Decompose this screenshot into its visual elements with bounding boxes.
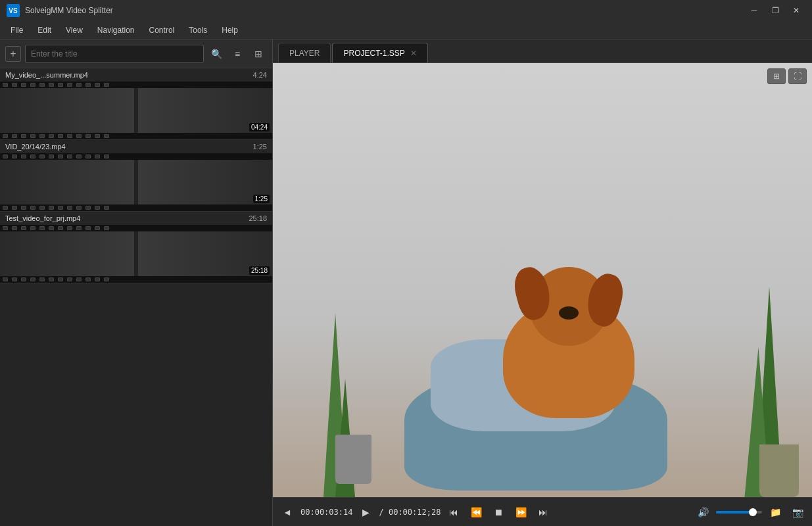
open-folder-button[interactable]: 📁	[766, 503, 784, 521]
fast-forward-button[interactable]: ⏩	[512, 503, 530, 521]
list-item[interactable]: VID_20/14/23.mp4 1:25	[0, 140, 272, 212]
snapshot-button[interactable]: 📷	[788, 503, 807, 521]
thumb-grid	[134, 160, 138, 204]
list-item[interactable]: Test_video_for_prj.mp4 25:18	[0, 212, 272, 283]
volume-slider[interactable]	[716, 511, 762, 514]
step-forward-button[interactable]: ⏭	[534, 503, 552, 521]
list-item[interactable]: My_video_...summer.mp4 4:24	[0, 68, 272, 140]
duration-badge: 1:25	[253, 195, 270, 203]
media-thumbnail: 04:24	[0, 82, 272, 139]
current-time: 00:00:03:14	[300, 508, 352, 517]
minimize-button[interactable]: ─	[745, 4, 763, 17]
media-duration: 1:25	[253, 143, 267, 151]
play-button[interactable]: ▶	[356, 503, 375, 521]
tab-close-button[interactable]: ✕	[410, 49, 417, 58]
media-duration: 25:18	[249, 214, 267, 222]
window-controls: ─ ❐ ✕	[745, 4, 805, 17]
media-filename: My_video_...summer.mp4	[5, 71, 88, 79]
restore-button[interactable]: ❐	[766, 4, 784, 17]
menu-edit[interactable]: Edit	[31, 23, 58, 37]
add-media-button[interactable]: +	[5, 46, 21, 62]
thumb-grid	[134, 231, 138, 276]
video-preview	[273, 63, 812, 497]
menu-bar: File Edit View Navigation Control Tools …	[0, 21, 812, 39]
search-bar: + 🔍 ≡ ⊞	[0, 39, 272, 68]
duration-badge: 25:18	[249, 266, 270, 275]
step-back-button[interactable]: ⏮	[444, 503, 463, 521]
rewind-button[interactable]: ⏪	[467, 503, 485, 521]
app-title: SolveigMM Video Splitter	[25, 6, 740, 15]
search-button[interactable]: 🔍	[208, 45, 225, 62]
search-input[interactable]	[25, 45, 204, 63]
media-filename: Test_video_for_prj.mp4	[5, 214, 80, 222]
list-view-button[interactable]: ≡	[229, 45, 246, 62]
tab-project[interactable]: PROJECT-1.SSP ✕	[332, 43, 427, 62]
menu-navigation[interactable]: Navigation	[91, 23, 141, 37]
app-logo: VS	[7, 4, 20, 17]
menu-help[interactable]: Help	[215, 23, 245, 37]
film-strip: 1:25	[0, 153, 272, 211]
media-header: VID_20/14/23.mp4 1:25	[0, 140, 272, 153]
total-time: / 00:00:12;28	[379, 508, 441, 517]
thumb-grid	[134, 88, 138, 133]
fit-window-button[interactable]: ⊞	[767, 68, 786, 84]
menu-control[interactable]: Control	[143, 23, 181, 37]
close-button[interactable]: ✕	[787, 4, 805, 17]
video-overlay-controls: ⊞ ⛶	[767, 68, 807, 84]
video-area: ⊞ ⛶	[273, 63, 812, 497]
player-controls: ◄ 00:00:03:14 ▶ / 00:00:12;28 ⏮ ⏪ ⏹ ⏩ ⏭ …	[273, 497, 812, 526]
title-bar: VS SolveigMM Video Splitter ─ ❐ ✕	[0, 0, 812, 21]
tab-bar: PLAYER PROJECT-1.SSP ✕	[273, 39, 812, 63]
media-header: Test_video_for_prj.mp4 25:18	[0, 212, 272, 225]
menu-file[interactable]: File	[4, 23, 30, 37]
media-duration: 4:24	[253, 71, 267, 79]
media-thumbnail: 1:25	[0, 153, 272, 211]
menu-tools[interactable]: Tools	[182, 23, 214, 37]
right-panel: PLAYER PROJECT-1.SSP ✕	[273, 39, 812, 526]
main-layout: + 🔍 ≡ ⊞ My_video_...summer.mp4 4:24	[0, 39, 812, 526]
prev-frame-button[interactable]: ◄	[278, 503, 297, 521]
media-thumbnail: 25:18	[0, 225, 272, 283]
stop-button[interactable]: ⏹	[489, 503, 508, 521]
left-panel: + 🔍 ≡ ⊞ My_video_...summer.mp4 4:24	[0, 39, 273, 526]
film-strip: 25:18	[0, 225, 272, 283]
media-list: My_video_...summer.mp4 4:24	[0, 68, 272, 526]
media-filename: VID_20/14/23.mp4	[5, 143, 66, 151]
menu-view[interactable]: View	[59, 23, 89, 37]
grid-view-button[interactable]: ⊞	[250, 45, 267, 62]
tab-player[interactable]: PLAYER	[278, 43, 331, 62]
media-header: My_video_...summer.mp4 4:24	[0, 68, 272, 82]
fullscreen-button[interactable]: ⛶	[788, 68, 807, 84]
volume-icon[interactable]: 🔊	[694, 503, 712, 521]
duration-badge: 04:24	[249, 123, 270, 132]
film-strip: 04:24	[0, 82, 272, 139]
